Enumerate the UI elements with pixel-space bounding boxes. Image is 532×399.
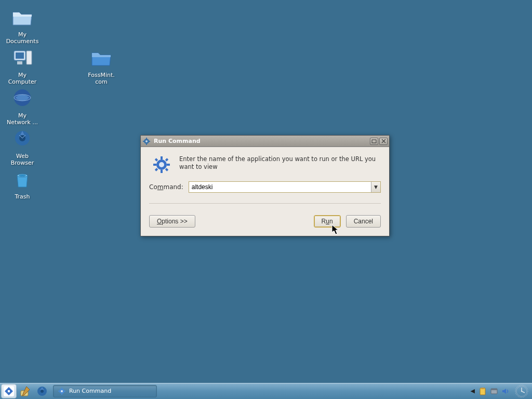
dialog-instruction-text: Enter the name of the application you wa… [179, 155, 381, 174]
close-button[interactable] [379, 138, 388, 145]
network-globe-icon [10, 86, 35, 111]
svg-rect-41 [491, 389, 497, 390]
clock-icon[interactable] [514, 384, 529, 398]
command-label: Command: [149, 183, 183, 191]
svg-rect-22 [155, 158, 158, 161]
desktop-icon-my-network[interactable]: MyNetwork ... [2, 86, 43, 126]
taskbar: Run Command ◀ [0, 382, 532, 399]
svg-rect-37 [64, 391, 65, 392]
svg-point-46 [521, 390, 522, 391]
svg-rect-19 [161, 170, 163, 173]
svg-rect-24 [155, 168, 158, 171]
svg-rect-15 [149, 141, 150, 142]
run-button[interactable]: Run [314, 215, 341, 228]
svg-rect-16 [372, 140, 376, 143]
trash-icon [10, 167, 35, 192]
desktop-icon-my-documents[interactable]: MyDocuments [2, 5, 43, 45]
maximize-button[interactable] [370, 138, 378, 145]
svg-rect-23 [165, 168, 168, 171]
svg-rect-3 [17, 61, 22, 64]
computer-icon [10, 46, 35, 71]
taskbar-item-label: Run Command [69, 388, 111, 394]
organizer-icon[interactable] [489, 387, 499, 396]
folder-link-icon [89, 46, 114, 71]
svg-rect-12 [146, 138, 147, 139]
pencil-desktop-icon [19, 385, 32, 397]
folder-documents-icon [10, 5, 35, 30]
desktop-icon-label: WebBrowser [11, 153, 34, 166]
desktop-icon-fossmint[interactable]: FossMint.com [81, 46, 122, 85]
svg-rect-2 [26, 51, 32, 64]
gear-icon [58, 387, 66, 395]
dialog-separator [149, 203, 381, 204]
desktop-icon-label: Trash [15, 193, 30, 200]
quicklaunch-desktop[interactable] [18, 384, 33, 398]
svg-rect-25 [165, 158, 168, 161]
system-tray: ◀ [470, 384, 531, 398]
svg-rect-13 [146, 143, 147, 145]
gear-icon [142, 137, 151, 145]
desktop-icon-trash[interactable]: Trash [2, 167, 43, 200]
gear-icon [152, 155, 171, 174]
svg-rect-34 [61, 388, 62, 389]
desktop-icon-web-browser[interactable]: WebBrowser [2, 127, 43, 166]
svg-rect-21 [167, 164, 170, 166]
svg-point-31 [41, 390, 44, 393]
svg-point-33 [61, 390, 63, 392]
desktop-icon-label: MyNetwork ... [7, 112, 38, 126]
command-dropdown-button[interactable]: ▼ [371, 182, 380, 192]
konqueror-icon [36, 385, 48, 397]
clipboard-icon[interactable] [478, 387, 487, 396]
svg-rect-18 [161, 156, 163, 159]
tray-collapse-arrow[interactable]: ◀ [470, 388, 476, 394]
cancel-button[interactable]: Cancel [346, 215, 381, 228]
svg-point-26 [159, 162, 164, 167]
svg-point-11 [145, 140, 148, 142]
svg-point-9 [19, 175, 26, 177]
svg-rect-14 [143, 141, 144, 142]
command-input[interactable] [189, 182, 371, 192]
browser-icon [10, 127, 35, 152]
svg-rect-36 [58, 391, 60, 392]
quicklaunch-browser[interactable] [34, 384, 50, 398]
svg-rect-39 [481, 388, 484, 389]
options-button[interactable]: Options >> [149, 215, 195, 228]
dialog-title: Run Command [154, 138, 370, 144]
svg-rect-28 [8, 390, 10, 392]
run-command-dialog: Run Command [140, 135, 390, 236]
desktop-icon-my-computer[interactable]: MyComputer [2, 46, 43, 85]
start-menu-button[interactable] [1, 384, 17, 398]
desktop-icon-label: MyComputer [8, 72, 37, 85]
taskbar-item-run-command[interactable]: Run Command [53, 385, 157, 397]
svg-rect-20 [153, 164, 156, 166]
desktop-icon-label: MyDocuments [6, 31, 39, 45]
volume-icon[interactable] [501, 387, 510, 396]
desktop-icon-label: FossMint.com [88, 72, 114, 85]
svg-rect-35 [61, 393, 62, 395]
dialog-titlebar[interactable]: Run Command [141, 136, 389, 147]
kmenu-icon [3, 385, 15, 397]
svg-rect-1 [16, 52, 24, 59]
